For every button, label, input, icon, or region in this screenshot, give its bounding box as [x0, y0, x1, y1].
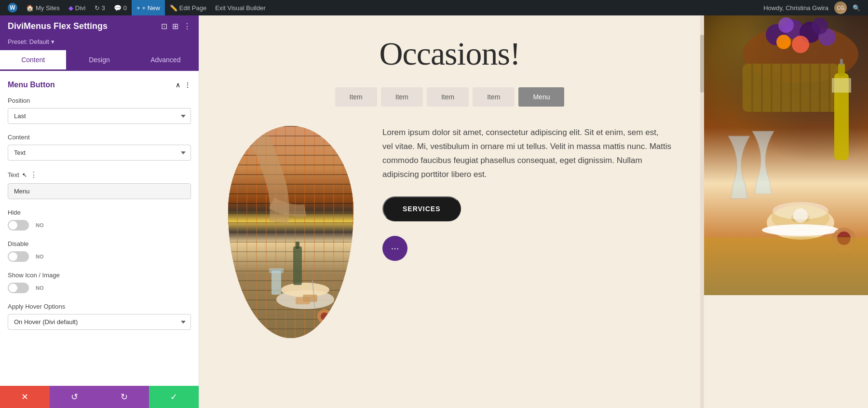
- home-icon: 🏠: [26, 4, 34, 12]
- hide-toggle[interactable]: [8, 220, 29, 231]
- show-icon-field: Show Icon / Image NO: [8, 272, 191, 293]
- svg-rect-5: [293, 246, 302, 285]
- search-icon: 🔍: [853, 4, 860, 12]
- exit-visual-builder-button[interactable]: Exit Visual Builder: [211, 0, 270, 15]
- more-icon[interactable]: ⋮: [183, 22, 191, 31]
- content-image-wrap: [228, 126, 363, 338]
- edit-icon: ✏️: [170, 4, 177, 12]
- divi-button[interactable]: ◆ Divi: [65, 0, 90, 15]
- search-button[interactable]: 🔍: [849, 4, 864, 12]
- svg-rect-9: [303, 295, 317, 302]
- right-photo-svg: [704, 15, 868, 295]
- save-button[interactable]: ✓: [149, 386, 199, 408]
- svg-point-39: [773, 202, 828, 219]
- text-field-label: Text: [8, 171, 19, 178]
- svg-point-20: [792, 36, 809, 53]
- lorem-text: Lorem ipsum dolor sit amet, consectetur …: [382, 126, 671, 182]
- hover-options-label: Apply Hover Options: [8, 303, 191, 310]
- svg-rect-33: [840, 59, 843, 66]
- position-field: Position Last: [8, 97, 191, 124]
- disable-toggle[interactable]: [8, 251, 29, 262]
- undo-icon: ↺: [71, 392, 78, 402]
- nav-item-4[interactable]: Item: [473, 87, 515, 107]
- hide-field: Hide NO: [8, 209, 191, 231]
- loop-icon: ↻: [95, 4, 100, 12]
- svg-point-11: [321, 313, 328, 320]
- show-icon-toggle[interactable]: [8, 283, 29, 293]
- hover-options-field: Apply Hover Options On Hover (Divi defau…: [8, 303, 191, 330]
- cancel-button[interactable]: ✕: [0, 386, 50, 408]
- section-dots-icon[interactable]: ⋮: [184, 81, 191, 89]
- new-button[interactable]: + + New: [132, 0, 165, 15]
- undo-button[interactable]: ↺: [50, 386, 99, 408]
- content-row: Lorem ipsum dolor sit amet, consectetur …: [228, 126, 671, 338]
- content-text: Lorem ipsum dolor sit amet, consectetur …: [382, 126, 671, 261]
- svg-rect-34: [832, 78, 851, 93]
- disable-label: Disable: [8, 240, 191, 247]
- show-icon-label: Show Icon / Image: [8, 272, 191, 279]
- tab-advanced[interactable]: Advanced: [133, 50, 199, 71]
- svg-point-40: [762, 224, 839, 236]
- content-select[interactable]: Text: [8, 145, 191, 161]
- redo-button[interactable]: ↻: [99, 386, 149, 408]
- disable-field: Disable NO: [8, 240, 191, 262]
- sidebar-title: DiviMenus Flex Settings: [8, 21, 108, 31]
- save-icon: ✓: [170, 392, 177, 402]
- content-label: Content: [8, 134, 191, 141]
- picnic-image: [228, 126, 353, 338]
- nav-menu-button[interactable]: Menu: [518, 87, 564, 107]
- page-title: Occasions!: [228, 35, 671, 73]
- cancel-icon: ✕: [21, 392, 28, 402]
- right-photo-lower: [704, 295, 868, 408]
- my-sites-button[interactable]: 🏠 My Sites: [22, 0, 64, 15]
- plus-icon: +: [136, 4, 140, 12]
- show-icon-no-label: NO: [36, 285, 44, 291]
- position-label: Position: [8, 97, 191, 104]
- loop-button[interactable]: ↻ 3: [91, 0, 109, 15]
- collapse-icon[interactable]: ∧: [176, 81, 180, 89]
- tab-content[interactable]: Content: [0, 50, 66, 71]
- sidebar-panel: DiviMenus Flex Settings ⊡ ⊞ ⋮ Preset: De…: [0, 15, 199, 408]
- cursor-icon: ↖: [22, 172, 27, 178]
- edit-page-button[interactable]: ✏️ Edit Page: [166, 0, 210, 15]
- svg-rect-4: [269, 268, 284, 273]
- nav-item-2[interactable]: Item: [381, 87, 423, 107]
- floating-dots-button[interactable]: ···: [382, 236, 407, 261]
- disable-no-label: NO: [36, 254, 44, 259]
- comment-button[interactable]: 💬 0: [110, 0, 131, 15]
- svg-rect-43: [704, 237, 868, 295]
- content-area: Occasions! Item Item Item Item Menu: [199, 15, 868, 408]
- wp-logo-button[interactable]: W: [4, 0, 21, 15]
- svg-point-17: [778, 17, 794, 33]
- hide-no-label: NO: [36, 222, 44, 228]
- svg-rect-3: [271, 271, 281, 295]
- right-photo-image: [704, 15, 868, 295]
- right-photo-panel: [704, 15, 868, 408]
- user-greeting[interactable]: Howdy, Christina Gwira: [760, 4, 832, 12]
- admin-bar-right: Howdy, Christina Gwira CG 🔍: [760, 1, 864, 14]
- content-field: Content Text: [8, 134, 191, 161]
- text-input[interactable]: [8, 183, 191, 199]
- section-icons: ∧ ⋮: [176, 81, 191, 89]
- preset-chevron-icon: ▾: [51, 38, 54, 45]
- services-button[interactable]: SERVICES: [382, 196, 461, 221]
- comment-icon: 💬: [114, 4, 122, 12]
- nav-item-1[interactable]: Item: [335, 87, 377, 107]
- section-title: Menu Button: [8, 81, 55, 89]
- sidebar-tabs: Content Design Advanced: [0, 50, 199, 71]
- navigation-bar: Item Item Item Item Menu: [228, 87, 671, 107]
- tab-design[interactable]: Design: [66, 50, 132, 71]
- sidebar-preset[interactable]: Preset: Default ▾: [0, 37, 199, 50]
- bottom-action-bar: ✕ ↺ ↻ ✓: [0, 386, 199, 408]
- nav-item-3[interactable]: Item: [427, 87, 469, 107]
- hover-options-select[interactable]: On Hover (Divi default): [8, 314, 191, 330]
- screen-icon[interactable]: ⊡: [161, 22, 167, 31]
- svg-rect-0: [228, 222, 353, 338]
- sidebar-header: DiviMenus Flex Settings ⊡ ⊞ ⋮: [0, 15, 199, 37]
- scroll-track[interactable]: [700, 15, 704, 408]
- text-field-dots-icon[interactable]: ⋮: [30, 170, 38, 179]
- position-select[interactable]: Last: [8, 108, 191, 124]
- scroll-thumb: [700, 35, 704, 93]
- text-field-group: Text ↖ ⋮: [8, 170, 191, 199]
- columns-icon[interactable]: ⊞: [172, 22, 178, 31]
